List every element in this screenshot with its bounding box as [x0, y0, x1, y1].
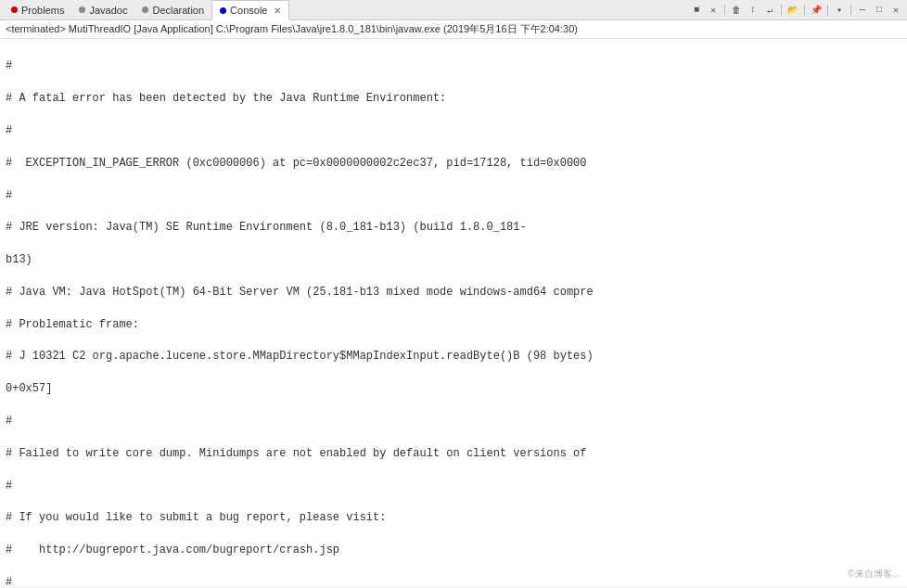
watermark: ©来自博客...: [848, 568, 900, 581]
separator5: [850, 5, 851, 16]
console-line: # Java VM: Java HotSpot(TM) 64-Bit Serve…: [6, 285, 901, 300]
word-wrap-icon[interactable]: ↵: [762, 3, 777, 18]
tab-problems-label: Problems: [21, 5, 64, 16]
console-line: b13): [6, 252, 901, 268]
tab-console[interactable]: Console ✕: [211, 0, 289, 20]
console-line: #: [6, 414, 901, 429]
minimize-icon[interactable]: —: [855, 3, 870, 18]
console-line: #: [6, 575, 901, 586]
title-bar: <terminated> MutiThreadIO [Java Applicat…: [0, 20, 907, 39]
declaration-dot: [142, 6, 148, 13]
console-line: 0+0x57]: [6, 381, 901, 397]
console-line: #: [6, 123, 901, 139]
console-line: # If you would like to submit a bug repo…: [6, 510, 901, 526]
tab-console-close[interactable]: ✕: [274, 6, 281, 16]
console-line: # EXCEPTION_IN_PAGE_ERROR (0xc0000006) a…: [6, 156, 901, 172]
console-content[interactable]: ## A fatal error has been detected by th…: [0, 39, 907, 586]
tab-bar: Problems Javadoc Declaration Console ✕ ■…: [0, 0, 907, 20]
console-line: #: [6, 479, 901, 494]
pin-icon[interactable]: 📌: [809, 3, 824, 18]
tab-problems[interactable]: Problems: [4, 0, 71, 20]
clear-icon[interactable]: 🗑: [729, 3, 744, 18]
console-line: # Failed to write core dump. Minidumps a…: [6, 446, 901, 462]
remove-icon[interactable]: ✕: [706, 3, 721, 18]
separator3: [804, 5, 805, 16]
open-file-icon[interactable]: 📂: [786, 3, 800, 18]
tab-javadoc-label: Javadoc: [89, 5, 127, 16]
console-dot: [220, 7, 226, 14]
console-line: # A fatal error has been detected by the…: [6, 91, 901, 107]
tab-declaration-label: Declaration: [152, 5, 204, 16]
console-line: #: [6, 188, 901, 204]
console-line: # JRE version: Java(TM) SE Runtime Envir…: [6, 220, 901, 236]
maximize-icon[interactable]: □: [872, 3, 887, 18]
menu-icon[interactable]: ▾: [832, 3, 847, 18]
title-text: <terminated> MutiThreadIO [Java Applicat…: [6, 23, 578, 34]
toolbar-right: ■ ✕ 🗑 ↕ ↵ 📂 📌 ▾ — □ ✕: [689, 3, 903, 18]
console-line: # Problematic frame:: [6, 317, 901, 333]
console-line: # http://bugreport.java.com/bugreport/cr…: [6, 543, 901, 558]
close-icon[interactable]: ✕: [888, 3, 903, 18]
separator2: [781, 5, 782, 16]
separator4: [827, 5, 828, 16]
console-line: #: [6, 58, 901, 74]
tab-console-label: Console: [230, 5, 267, 16]
scroll-lock-icon[interactable]: ↕: [746, 3, 760, 18]
separator1: [724, 5, 725, 16]
tab-javadoc[interactable]: Javadoc: [71, 0, 134, 20]
console-line: # J 10321 C2 org.apache.lucene.store.MMa…: [6, 349, 901, 364]
javadoc-dot: [79, 6, 85, 13]
tab-declaration[interactable]: Declaration: [134, 0, 211, 20]
problems-dot: [11, 6, 18, 13]
stop-icon[interactable]: ■: [689, 3, 704, 18]
